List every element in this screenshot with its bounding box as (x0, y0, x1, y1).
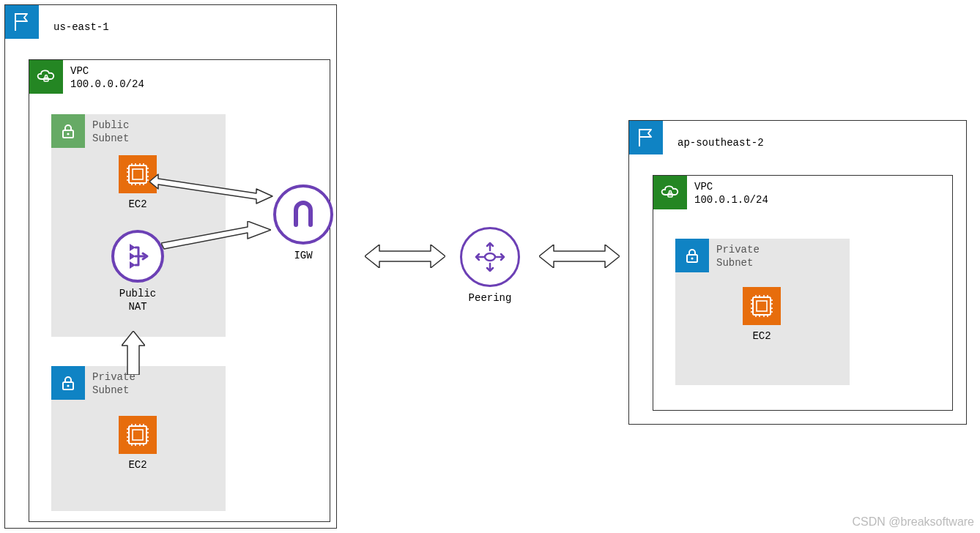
vpc-header-right: VPC 100.0.1.0/24 (653, 176, 952, 209)
vpc-left-title: VPC (70, 64, 144, 78)
region-ap-southeast-2: ap-southeast-2 VPC 100.0.1.0/24 (628, 120, 967, 425)
subnet-right-private-labels: Private Subnet (716, 239, 760, 269)
igw-label: IGW (268, 249, 338, 262)
watermark: CSDN @breaksoftware (852, 515, 974, 529)
vpc-right: VPC 100.0.1.0/24 Private Subnet (653, 175, 953, 411)
region-label-left: us-east-1 (53, 11, 109, 33)
region-header-right: ap-southeast-2 (629, 121, 764, 154)
vpc-left: VPC 100.0.0.0/24 Public Subnet (29, 59, 330, 522)
cloud-lock-icon (653, 176, 687, 209)
arrow-peering-right (539, 245, 620, 268)
vpc-right-cidr: 100.0.1.0/24 (694, 193, 768, 206)
ec2-left-private: EC2 (108, 416, 167, 471)
arrow-nat-igw (161, 221, 271, 256)
region-us-east-1: us-east-1 VPC 100.0.0.0/24 (4, 4, 337, 529)
subnet-left-public-labels: Public Subnet (92, 114, 129, 145)
nat-label-2: NAT (103, 300, 173, 313)
subnet-right-private-header: Private Subnet (675, 239, 850, 272)
lock-icon (51, 366, 85, 400)
ec2-icon (119, 416, 157, 454)
vpc-right-title: VPC (694, 180, 768, 193)
peering-label: Peering (450, 291, 530, 305)
subnet-right-private: Private Subnet (675, 239, 850, 385)
region-label-right: ap-southeast-2 (678, 127, 764, 149)
nat-label-1: Public (103, 287, 173, 300)
svg-rect-27 (133, 430, 143, 440)
lock-icon (51, 114, 85, 148)
subnet-left-private: Private Subnet (51, 366, 226, 511)
svg-marker-69 (539, 245, 620, 268)
subnet-left-private-line2: Subnet (92, 384, 136, 397)
igw-node: IGW (268, 184, 338, 262)
subnet-left-public-line1: Public (92, 119, 129, 132)
svg-marker-65 (149, 174, 272, 204)
arrow-ec2pub-igw (149, 167, 274, 205)
svg-marker-66 (161, 221, 271, 249)
subnet-left-public-header: Public Subnet (51, 114, 226, 148)
svg-point-25 (67, 384, 69, 387)
region-header-left: us-east-1 (5, 5, 109, 39)
lock-icon (675, 239, 709, 272)
peering-node: Peering (450, 227, 530, 305)
ec2-icon (743, 287, 781, 325)
arrow-private-to-nat (122, 331, 145, 375)
svg-marker-67 (122, 331, 145, 375)
flag-icon (629, 121, 663, 154)
svg-point-2 (67, 133, 69, 135)
vpc-right-labels: VPC 100.0.1.0/24 (694, 176, 768, 206)
svg-rect-3 (129, 165, 146, 183)
subnet-right-private-line2: Subnet (716, 256, 760, 269)
svg-marker-68 (365, 245, 445, 268)
subnet-right-private-line1: Private (716, 243, 760, 256)
flag-icon (5, 5, 39, 39)
cloud-lock-icon (29, 60, 63, 94)
svg-rect-48 (757, 301, 767, 311)
peering-icon (460, 227, 520, 287)
arrow-igw-peering (365, 245, 445, 268)
svg-rect-4 (133, 169, 143, 179)
ec2-right-private-label: EC2 (732, 329, 791, 343)
svg-rect-26 (129, 426, 146, 444)
subnet-left-public-line2: Subnet (92, 132, 129, 145)
svg-point-46 (691, 257, 693, 259)
nat-icon (111, 230, 164, 283)
ec2-right-private: EC2 (732, 287, 791, 343)
igw-icon (273, 184, 333, 245)
vpc-header-left: VPC 100.0.0.0/24 (29, 60, 330, 94)
ec2-left-private-label: EC2 (108, 458, 167, 471)
vpc-left-cidr: 100.0.0.0/24 (70, 78, 144, 91)
vpc-left-labels: VPC 100.0.0.0/24 (70, 60, 144, 91)
svg-rect-47 (753, 297, 771, 315)
